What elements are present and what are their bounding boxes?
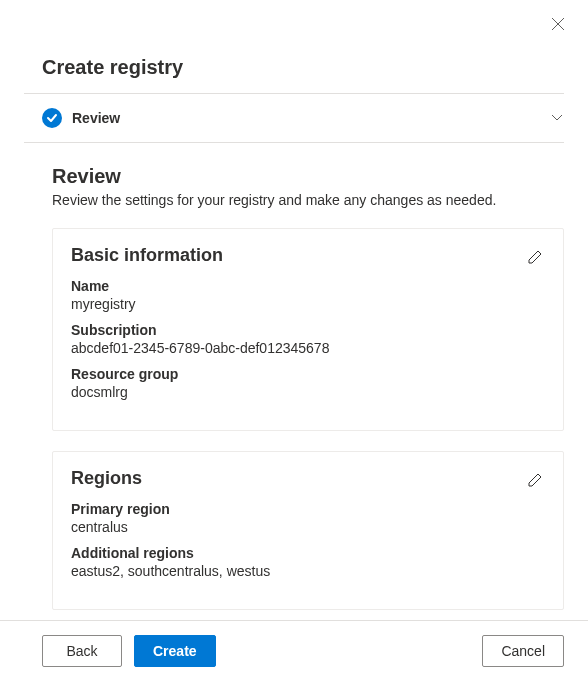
footer: Back Create Cancel: [0, 620, 588, 681]
step-left: Review: [42, 108, 120, 128]
chevron-down-icon: [550, 110, 564, 127]
pencil-icon: [527, 472, 543, 488]
basic-info-title: Basic information: [71, 245, 545, 266]
close-icon: [551, 17, 565, 31]
edit-basic-info-button[interactable]: [523, 245, 547, 269]
primary-region-value: centralus: [71, 519, 545, 535]
additional-regions-value: eastus2, southcentralus, westus: [71, 563, 545, 579]
primary-region-label: Primary region: [71, 501, 545, 517]
create-button[interactable]: Create: [134, 635, 216, 667]
close-button[interactable]: [546, 12, 570, 36]
subscription-value: abcdef01-2345-6789-0abc-def012345678: [71, 340, 545, 356]
edit-regions-button[interactable]: [523, 468, 547, 492]
page-title: Create registry: [0, 0, 588, 93]
additional-regions-label: Additional regions: [71, 545, 545, 561]
resource-group-value: docsmlrg: [71, 384, 545, 400]
content-area: Review Review the settings for your regi…: [0, 143, 588, 610]
regions-title: Regions: [71, 468, 545, 489]
step-header-review[interactable]: Review: [0, 94, 588, 142]
subscription-label: Subscription: [71, 322, 545, 338]
pencil-icon: [527, 249, 543, 265]
name-value: myregistry: [71, 296, 545, 312]
regions-card: Regions Primary region centralus Additio…: [52, 451, 564, 610]
review-subtitle: Review the settings for your registry an…: [52, 192, 564, 208]
review-title: Review: [52, 165, 564, 188]
cancel-button[interactable]: Cancel: [482, 635, 564, 667]
basic-information-card: Basic information Name myregistry Subscr…: [52, 228, 564, 431]
step-label: Review: [72, 110, 120, 126]
back-button[interactable]: Back: [42, 635, 122, 667]
name-label: Name: [71, 278, 545, 294]
check-icon: [42, 108, 62, 128]
resource-group-label: Resource group: [71, 366, 545, 382]
footer-left: Back Create: [42, 635, 216, 667]
